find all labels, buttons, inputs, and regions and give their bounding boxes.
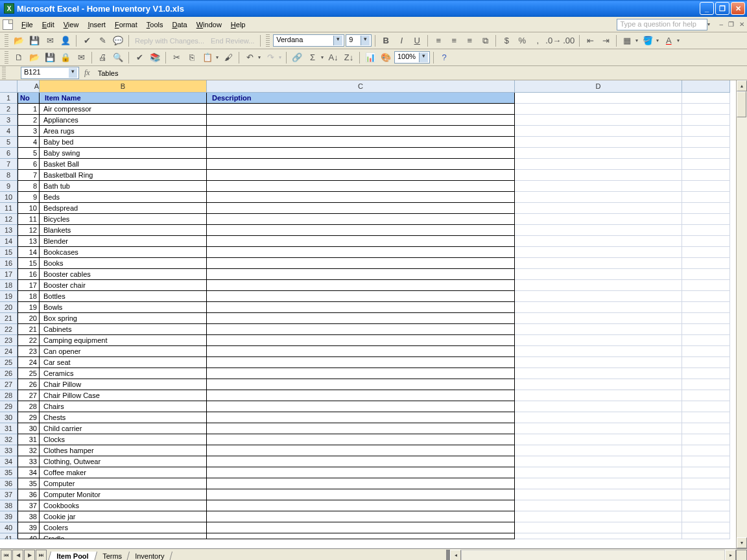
row-header[interactable]: 4 bbox=[0, 126, 18, 137]
mdi-close-button[interactable]: ✕ bbox=[739, 21, 744, 28]
cell[interactable]: Chairs bbox=[40, 401, 207, 412]
hyperlink-icon[interactable]: 🔗 bbox=[290, 51, 304, 65]
italic-button[interactable]: I bbox=[394, 34, 409, 48]
column-header[interactable]: D bbox=[515, 80, 682, 93]
row-header[interactable]: 26 bbox=[0, 368, 18, 379]
cell[interactable] bbox=[682, 291, 730, 302]
chevron-down-icon[interactable]: ▾ bbox=[655, 38, 660, 43]
cell[interactable]: Clothing, Outwear bbox=[40, 456, 207, 467]
cell[interactable]: 24 bbox=[18, 357, 40, 368]
row-header[interactable]: 1 bbox=[0, 93, 18, 104]
row-header[interactable]: 22 bbox=[0, 324, 18, 335]
cut-icon[interactable]: ✂ bbox=[169, 51, 184, 65]
cell[interactable] bbox=[207, 269, 515, 280]
cell[interactable]: 29 bbox=[18, 412, 40, 423]
cell[interactable]: 6 bbox=[18, 159, 40, 170]
cell[interactable] bbox=[515, 423, 682, 434]
cell[interactable]: Baby bed bbox=[40, 137, 207, 148]
chevron-down-icon[interactable]: ▾ bbox=[676, 38, 681, 43]
cell[interactable] bbox=[207, 434, 515, 445]
cell[interactable]: 15 bbox=[18, 258, 40, 269]
cell[interactable]: Air compressor bbox=[40, 104, 207, 115]
paste-icon[interactable]: 📋 bbox=[200, 51, 215, 65]
cell[interactable]: 33 bbox=[18, 456, 40, 467]
cell[interactable]: 23 bbox=[18, 346, 40, 357]
cell[interactable] bbox=[207, 357, 515, 368]
row-header[interactable]: 23 bbox=[0, 335, 18, 346]
cell[interactable] bbox=[207, 379, 515, 390]
save-icon[interactable]: 💾 bbox=[43, 51, 57, 65]
row-header[interactable]: 37 bbox=[0, 489, 18, 500]
cell[interactable] bbox=[207, 346, 515, 357]
cell[interactable]: Bicycles bbox=[40, 214, 207, 225]
cell[interactable] bbox=[207, 170, 515, 181]
row-header[interactable]: 32 bbox=[0, 434, 18, 445]
header-no[interactable]: No bbox=[18, 93, 40, 104]
window-minimize-button[interactable]: _ bbox=[700, 2, 714, 15]
row-header[interactable]: 36 bbox=[0, 478, 18, 489]
cell[interactable] bbox=[682, 324, 730, 335]
tab-nav-first-button[interactable]: ⏮ bbox=[1, 550, 12, 560]
toolbar-handle[interactable] bbox=[5, 51, 8, 64]
header-description[interactable]: Description bbox=[207, 93, 515, 104]
cell[interactable]: Car seat bbox=[40, 357, 207, 368]
cell[interactable]: Books bbox=[40, 258, 207, 269]
cell[interactable]: Baby swing bbox=[40, 148, 207, 159]
cell[interactable] bbox=[682, 115, 730, 126]
column-header[interactable] bbox=[682, 80, 730, 93]
cell[interactable] bbox=[682, 456, 730, 467]
row-header[interactable]: 15 bbox=[0, 247, 18, 258]
cell[interactable] bbox=[682, 489, 730, 500]
cell[interactable] bbox=[515, 269, 682, 280]
cell[interactable] bbox=[515, 225, 682, 236]
cell[interactable]: 1 bbox=[18, 104, 40, 115]
mdi-restore-button[interactable]: ❐ bbox=[728, 21, 734, 28]
cell[interactable]: Bowls bbox=[40, 302, 207, 313]
row-header[interactable]: 8 bbox=[0, 170, 18, 181]
row-header[interactable]: 40 bbox=[0, 522, 18, 533]
chevron-down-icon[interactable]: ▾ bbox=[634, 38, 639, 43]
cell[interactable]: Box spring bbox=[40, 313, 207, 324]
cell[interactable] bbox=[682, 104, 730, 115]
cell[interactable] bbox=[207, 478, 515, 489]
cell[interactable] bbox=[207, 302, 515, 313]
cell[interactable]: Clocks bbox=[40, 434, 207, 445]
cell[interactable] bbox=[515, 390, 682, 401]
cell[interactable]: Cradle bbox=[40, 533, 207, 539]
cell[interactable]: 38 bbox=[18, 511, 40, 522]
toolbar-handle[interactable] bbox=[2, 67, 6, 80]
print-icon[interactable]: 🖨 bbox=[95, 51, 110, 65]
cell[interactable] bbox=[515, 203, 682, 214]
cell[interactable] bbox=[682, 236, 730, 247]
cell[interactable]: 16 bbox=[18, 269, 40, 280]
zoom-select[interactable]: 100% bbox=[394, 51, 430, 64]
cell[interactable]: 31 bbox=[18, 434, 40, 445]
cell[interactable]: Clothes hamper bbox=[40, 445, 207, 456]
cell[interactable] bbox=[515, 280, 682, 291]
cell[interactable]: 4 bbox=[18, 137, 40, 148]
mail-icon[interactable]: ✉ bbox=[43, 34, 57, 48]
row-header[interactable]: 9 bbox=[0, 181, 18, 192]
row-header[interactable]: 38 bbox=[0, 500, 18, 511]
cell[interactable] bbox=[682, 434, 730, 445]
menu-help[interactable]: Help bbox=[226, 19, 250, 30]
cell[interactable]: 28 bbox=[18, 401, 40, 412]
horizontal-scroll-track[interactable] bbox=[461, 550, 725, 560]
cell[interactable]: Bookcases bbox=[40, 247, 207, 258]
cell[interactable] bbox=[515, 170, 682, 181]
row-header[interactable]: 12 bbox=[0, 214, 18, 225]
cell[interactable] bbox=[515, 533, 682, 539]
cell[interactable] bbox=[515, 500, 682, 511]
cell[interactable] bbox=[207, 236, 515, 247]
cell[interactable] bbox=[207, 247, 515, 258]
cell[interactable] bbox=[682, 192, 730, 203]
cell[interactable]: 26 bbox=[18, 379, 40, 390]
cell[interactable] bbox=[207, 104, 515, 115]
cell[interactable] bbox=[515, 313, 682, 324]
row-header[interactable]: 19 bbox=[0, 291, 18, 302]
mdi-minimize-button[interactable]: – bbox=[719, 21, 723, 28]
cell[interactable] bbox=[682, 478, 730, 489]
row-header[interactable]: 31 bbox=[0, 423, 18, 434]
merge-center-button[interactable]: ⧉ bbox=[478, 34, 492, 48]
cell[interactable] bbox=[682, 203, 730, 214]
